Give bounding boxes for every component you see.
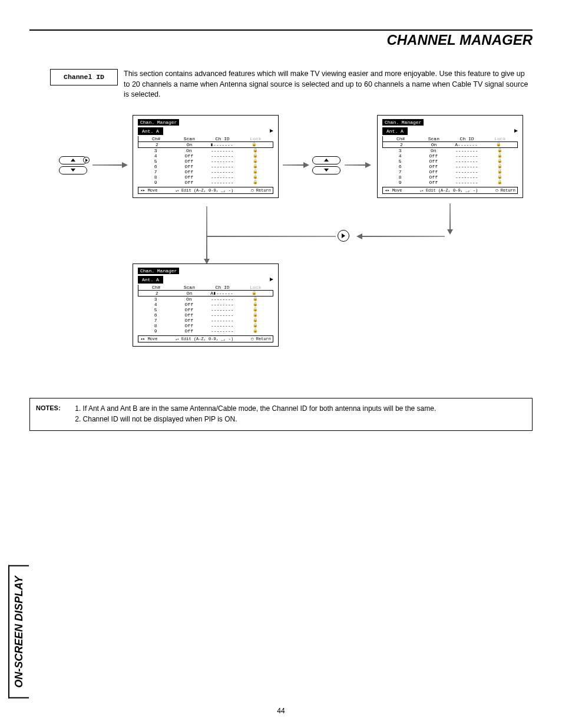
notes-label: NOTES: — [36, 403, 61, 424]
cell-ch: 8 — [139, 323, 173, 328]
channel-manager-panel: Chan. ManagerAnt. ACh#ScanCh IDLock2On▮-… — [133, 115, 279, 198]
panel-title: Chan. Manager — [382, 119, 424, 126]
panel-subtitle: Ant. A — [138, 127, 163, 135]
cell-chid: -------- — [450, 174, 484, 180]
table-row: 5Off--------🔒 — [138, 307, 273, 312]
cell-chid: -------- — [206, 164, 239, 169]
cell-ch: 6 — [384, 164, 417, 169]
cell-ch: 9 — [384, 180, 417, 185]
hint-return: ◯ Return — [251, 337, 271, 341]
chevron-right-icon — [270, 278, 273, 281]
cell-ch: 7 — [139, 318, 173, 323]
cell-scan: Off — [173, 164, 206, 169]
cell-ch: 6 — [139, 164, 173, 169]
table-row: 8Off--------🔒 — [138, 174, 273, 180]
hint-edit: ▴▾ Edit (A-Z, 0-9, _, -) — [176, 188, 233, 193]
hint-move: ◂▸ Move — [140, 337, 157, 341]
hint-edit: ▴▾ Edit (A-Z, 0-9, _, -) — [176, 337, 233, 341]
table-row: 7Off--------🔒 — [138, 169, 273, 174]
hint-bar: ◂▸ Move▴▾ Edit (A-Z, 0-9, _, -)◯ Return — [382, 187, 518, 194]
column-header-row: Ch#ScanCh IDLock — [138, 285, 273, 291]
hint-edit: ▴▾ Edit (A-Z, 0-9, _, -) — [420, 188, 478, 193]
lock-icon: 🔒 — [239, 159, 273, 164]
flow-arrow — [345, 164, 371, 166]
lock-icon: 🔒 — [482, 142, 515, 147]
cell-ch: 5 — [384, 159, 417, 164]
cell-ch: 5 — [139, 159, 173, 164]
col-ch: Ch# — [140, 285, 173, 290]
cell-chid: -------- — [206, 180, 239, 185]
cell-ch: 2 — [141, 291, 173, 296]
lock-icon: 🔒 — [239, 318, 273, 323]
table-row: 5Off--------🔒 — [138, 159, 273, 164]
flow-arrow — [92, 164, 128, 166]
hint-return: ◯ Return — [495, 188, 515, 193]
lock-icon: 🔒 — [484, 159, 517, 164]
remote-up-button — [312, 156, 340, 164]
hint-move: ◂▸ Move — [385, 188, 402, 193]
col-chid: Ch ID — [451, 136, 484, 141]
remote-down-button — [312, 166, 340, 174]
cell-chid: -------- — [206, 307, 239, 312]
cell-ch: 3 — [384, 148, 417, 153]
lock-icon: 🔒 — [239, 297, 273, 302]
cell-scan: Off — [173, 153, 206, 159]
lock-icon: 🔒 — [239, 164, 273, 169]
section-label-box: Channel ID — [50, 69, 118, 85]
col-lock: Lock — [239, 285, 272, 290]
cell-chid: -------- — [450, 153, 484, 159]
cell-scan: Off — [173, 318, 206, 323]
col-ch: Ch# — [384, 136, 417, 141]
cell-chid: -------- — [206, 148, 239, 153]
cell-scan: Off — [417, 174, 451, 180]
table-row: 3On--------🔒 — [138, 148, 273, 153]
hint-bar: ◂▸ Move▴▾ Edit (A-Z, 0-9, _, -)◯ Return — [138, 335, 273, 342]
table-row: 7Off--------🔒 — [382, 169, 518, 174]
cell-chid: -------- — [206, 153, 239, 159]
table-row: 3On--------🔒 — [382, 148, 518, 153]
cell-ch: 4 — [139, 153, 173, 159]
cell-chid: -------- — [450, 148, 484, 153]
table-row: 4Off--------🔒 — [382, 153, 518, 159]
intro-text: This section contains advanced features … — [124, 69, 533, 100]
cell-ch: 2 — [141, 142, 173, 147]
note-item: Channel ID will not be displayed when PI… — [83, 414, 437, 424]
cell-chid: -------- — [206, 312, 239, 318]
cell-chid: -------- — [206, 174, 239, 180]
lock-icon: 🔒 — [484, 180, 517, 185]
table-row: 7Off--------🔒 — [138, 318, 273, 323]
panel-subtitle: Ant. A — [138, 276, 163, 284]
column-header-row: Ch#ScanCh IDLock — [138, 136, 273, 142]
cell-scan: Off — [417, 153, 451, 159]
cell-scan: Off — [173, 302, 206, 307]
side-tab: ON-SCREEN DISPLAY — [8, 565, 29, 699]
cell-ch: 9 — [139, 180, 173, 185]
lock-icon: 🔒 — [239, 180, 273, 185]
cell-ch: 8 — [384, 174, 417, 180]
lock-icon: 🔒 — [239, 307, 273, 312]
cell-scan: Off — [173, 323, 206, 328]
panel-title: Chan. Manager — [138, 268, 179, 274]
lock-icon: 🔒 — [239, 174, 273, 180]
lock-icon: 🔒 — [238, 142, 270, 147]
cell-chid: -------- — [206, 328, 239, 334]
remote-right-button — [338, 230, 349, 242]
lock-icon: 🔒 — [239, 153, 273, 159]
col-lock: Lock — [239, 136, 272, 141]
cell-scan: On — [173, 142, 206, 147]
page-title: CHANNEL MANAGER — [29, 31, 533, 51]
cell-chid: -------- — [450, 159, 484, 164]
cell-chid: -------- — [206, 318, 239, 323]
lock-icon: 🔒 — [484, 153, 517, 159]
cell-ch: 6 — [139, 312, 173, 318]
table-row: 2On▮-------🔒 — [140, 142, 272, 147]
lock-icon: 🔒 — [239, 148, 273, 153]
chevron-right-icon — [514, 129, 518, 133]
cell-scan: On — [418, 142, 450, 147]
cell-scan: Off — [173, 159, 206, 164]
note-item: If Ant A and Ant B are in the same Anten… — [83, 403, 437, 414]
table-row: 4Off--------🔒 — [138, 302, 273, 307]
table-row: 8Off--------🔒 — [138, 323, 273, 328]
cell-scan: On — [173, 291, 206, 296]
cell-scan: On — [173, 297, 206, 302]
